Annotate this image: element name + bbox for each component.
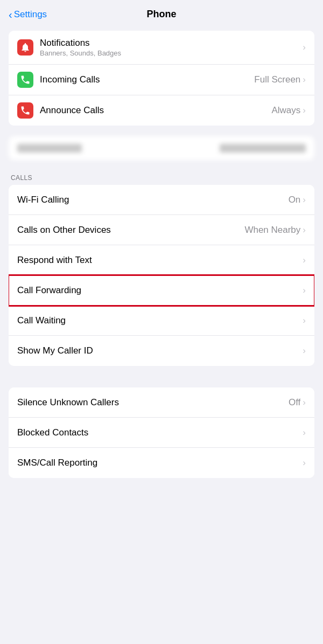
sms-reporting-chevron-icon: › <box>303 458 306 468</box>
sms-reporting-title: SMS/Call Reporting <box>17 458 296 468</box>
respond-text-right: › <box>300 255 306 266</box>
calls-card: Wi-Fi Calling On › Calls on Other Device… <box>9 185 314 366</box>
show-caller-id-content: Show My Caller ID <box>17 345 296 356</box>
silence-unknown-chevron-icon: › <box>303 397 306 408</box>
respond-text-title: Respond with Text <box>17 255 296 266</box>
incoming-calls-value: Full Screen <box>254 74 300 85</box>
calls-other-devices-title: Calls on Other Devices <box>17 225 240 236</box>
wifi-calling-row[interactable]: Wi-Fi Calling On › <box>9 185 314 215</box>
wifi-calling-content: Wi-Fi Calling <box>17 195 284 205</box>
bottom-section: Silence Unknown Callers Off › Blocked Co… <box>0 387 323 478</box>
announce-calls-title: Announce Calls <box>40 105 267 116</box>
wifi-calling-title: Wi-Fi Calling <box>17 195 284 205</box>
notifications-content: Notifications Banners, Sounds, Badges <box>40 38 296 57</box>
show-caller-id-row[interactable]: Show My Caller ID › <box>9 336 314 366</box>
call-forwarding-chevron-icon: › <box>303 285 306 296</box>
call-waiting-row[interactable]: Call Waiting › <box>9 306 314 336</box>
call-forwarding-row[interactable]: Call Forwarding › <box>9 275 314 306</box>
wifi-calling-value: On <box>289 195 301 205</box>
page-title: Phone <box>146 9 176 20</box>
announce-calls-icon <box>17 102 33 119</box>
silence-unknown-content: Silence Unknown Callers <box>17 397 284 408</box>
show-caller-id-chevron-icon: › <box>303 345 306 356</box>
call-waiting-content: Call Waiting <box>17 315 296 326</box>
sms-reporting-row[interactable]: SMS/Call Reporting › <box>9 448 314 478</box>
notifications-row[interactable]: Notifications Banners, Sounds, Badges › <box>9 31 314 65</box>
top-section: Notifications Banners, Sounds, Badges › … <box>0 31 323 126</box>
calls-other-devices-content: Calls on Other Devices <box>17 225 240 236</box>
respond-text-chevron-icon: › <box>303 255 306 266</box>
call-forwarding-right: › <box>300 285 306 296</box>
sms-reporting-content: SMS/Call Reporting <box>17 458 296 468</box>
announce-calls-content: Announce Calls <box>40 105 267 116</box>
announce-calls-right: Always › <box>271 105 306 116</box>
notifications-subtitle: Banners, Sounds, Badges <box>40 49 296 57</box>
calls-other-devices-right: When Nearby › <box>244 225 306 236</box>
calls-section-label: CALLS <box>0 171 323 185</box>
incoming-calls-icon <box>17 72 33 88</box>
incoming-calls-right: Full Screen › <box>254 74 306 85</box>
notifications-icon <box>17 39 33 56</box>
blocked-contacts-content: Blocked Contacts <box>17 427 296 438</box>
silence-unknown-title: Silence Unknown Callers <box>17 397 284 408</box>
incoming-calls-title: Incoming Calls <box>40 74 250 85</box>
calls-other-devices-row[interactable]: Calls on Other Devices When Nearby › <box>9 215 314 245</box>
wifi-calling-chevron-icon: › <box>303 195 306 205</box>
announce-calls-row[interactable]: Announce Calls Always › <box>9 95 314 126</box>
back-label: Settings <box>14 9 47 20</box>
notifications-title: Notifications <box>40 38 296 49</box>
calls-other-devices-value: When Nearby <box>244 225 300 236</box>
silence-unknown-row[interactable]: Silence Unknown Callers Off › <box>9 387 314 418</box>
bottom-card: Silence Unknown Callers Off › Blocked Co… <box>9 387 314 478</box>
respond-text-content: Respond with Text <box>17 255 296 266</box>
incoming-calls-row[interactable]: Incoming Calls Full Screen › <box>9 65 314 95</box>
blurred-row <box>9 136 314 160</box>
call-forwarding-title: Call Forwarding <box>17 285 296 296</box>
call-waiting-title: Call Waiting <box>17 315 296 326</box>
incoming-calls-chevron-icon: › <box>303 74 306 85</box>
show-caller-id-right: › <box>300 345 306 356</box>
call-waiting-right: › <box>300 315 306 326</box>
calls-other-devices-chevron-icon: › <box>303 225 306 236</box>
show-caller-id-title: Show My Caller ID <box>17 345 296 356</box>
wifi-calling-right: On › <box>289 195 306 205</box>
header: ‹ Settings Phone <box>0 0 323 25</box>
back-chevron-icon: ‹ <box>9 9 12 20</box>
notifications-chevron-icon: › <box>303 42 306 53</box>
blocked-contacts-row[interactable]: Blocked Contacts › <box>9 418 314 448</box>
respond-text-row[interactable]: Respond with Text › <box>9 245 314 275</box>
incoming-calls-content: Incoming Calls <box>40 74 250 85</box>
announce-calls-value: Always <box>271 105 300 116</box>
back-button[interactable]: ‹ Settings <box>9 9 47 20</box>
blocked-contacts-right: › <box>300 427 306 438</box>
silence-unknown-value: Off <box>289 397 300 408</box>
notifications-right: › <box>300 42 306 53</box>
call-forwarding-content: Call Forwarding <box>17 285 296 296</box>
blocked-contacts-chevron-icon: › <box>303 427 306 438</box>
calls-section: CALLS Wi-Fi Calling On › Calls on Other … <box>0 171 323 366</box>
silence-unknown-right: Off › <box>289 397 306 408</box>
announce-calls-chevron-icon: › <box>303 105 306 116</box>
top-card: Notifications Banners, Sounds, Badges › … <box>9 31 314 126</box>
sms-reporting-right: › <box>300 458 306 468</box>
blocked-contacts-title: Blocked Contacts <box>17 427 296 438</box>
call-waiting-chevron-icon: › <box>303 315 306 326</box>
